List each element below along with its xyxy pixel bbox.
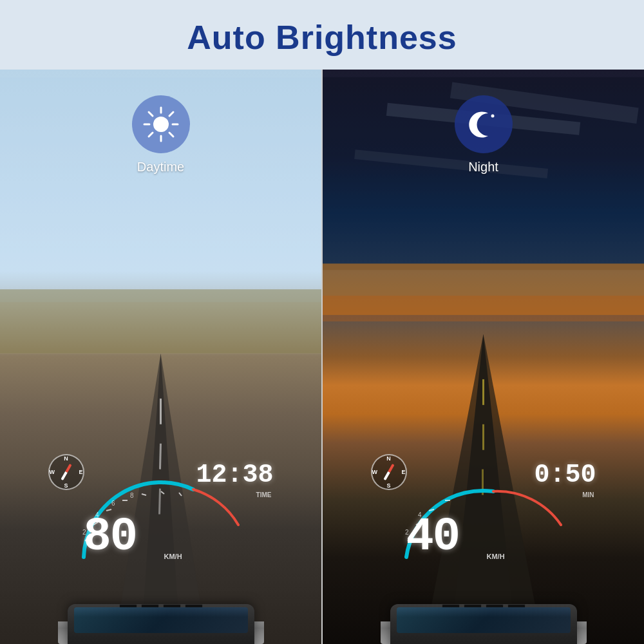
night-compass-s: S — [386, 482, 390, 489]
svg-line-15 — [169, 112, 173, 116]
svg-point-39 — [491, 114, 495, 117]
night-time: 0:50 — [534, 460, 596, 489]
device-body-day — [68, 604, 254, 644]
night-speed-unit: KM/H — [487, 553, 505, 560]
night-needle-south — [383, 471, 390, 480]
header: Auto Brightness — [0, 0, 644, 70]
hud-night: 2 4 N S W E — [368, 441, 600, 570]
night-compass-circle: N S W E — [371, 454, 407, 490]
compass-circle: N S W E — [48, 454, 84, 490]
daytime-device — [58, 573, 264, 644]
night-compass-n: N — [386, 455, 391, 462]
night-device — [381, 573, 587, 644]
compass-w: W — [50, 469, 55, 475]
night-compass-e: E — [401, 469, 405, 475]
svg-line-16 — [149, 133, 153, 137]
page-title: Auto Brightness — [13, 18, 631, 57]
device-screen-day — [74, 607, 248, 633]
daytime-panel: Daytime — [0, 70, 323, 644]
svg-line-22 — [161, 491, 164, 494]
compass-needle — [61, 464, 71, 480]
svg-text:8: 8 — [130, 492, 134, 499]
daytime-label: Daytime — [132, 160, 190, 175]
night-label: Night — [455, 160, 513, 175]
daytime-speed-unit: KM/H — [164, 553, 182, 560]
svg-point-8 — [153, 117, 169, 132]
sun-icon — [142, 105, 180, 144]
daytime-compass: N S W E — [48, 454, 87, 493]
svg-line-21 — [142, 494, 146, 495]
needle-south — [61, 471, 67, 480]
svg-line-23 — [179, 493, 182, 496]
page-container: Auto Brightness — [0, 0, 644, 644]
night-icon-area: Night — [455, 95, 513, 175]
night-compass: N S W E — [371, 454, 410, 493]
night-time-label: MIN — [582, 491, 594, 498]
svg-line-14 — [169, 133, 173, 137]
compass-s: S — [64, 482, 68, 489]
compass-e: E — [79, 469, 82, 475]
svg-text:6: 6 — [111, 500, 115, 507]
compass-n: N — [64, 455, 68, 462]
daytime-time-label: TIME — [256, 491, 272, 498]
night-compass-w: W — [372, 469, 378, 475]
moon-icon — [466, 107, 501, 142]
hud-daytime: 2 4 6 8 N S W E — [45, 441, 277, 570]
night-compass-needle — [383, 464, 394, 480]
moon-icon-circle — [455, 95, 513, 153]
sun-icon-circle — [132, 95, 190, 153]
device-screen-night — [397, 607, 571, 633]
daytime-icon-area: Daytime — [132, 95, 190, 175]
svg-line-13 — [149, 112, 153, 116]
device-body-night — [390, 604, 577, 644]
night-speed: 40 — [406, 511, 459, 564]
daytime-speed: 80 — [84, 511, 137, 564]
panels-container: Daytime — [0, 70, 644, 644]
daytime-time: 12:38 — [196, 460, 273, 489]
night-panel: Night 2 4 — [323, 70, 644, 644]
